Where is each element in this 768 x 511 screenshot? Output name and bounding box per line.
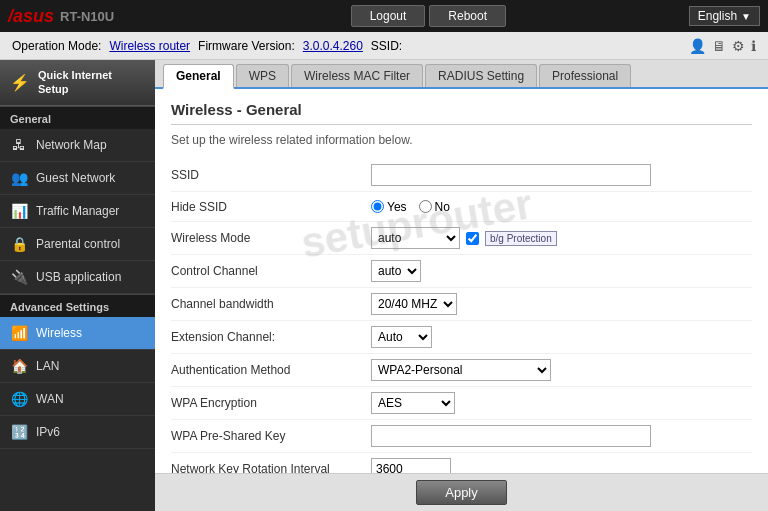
- op-mode-label: Operation Mode:: [12, 39, 101, 53]
- content-area: General WPS Wireless MAC Filter RADIUS S…: [155, 60, 768, 511]
- wpa-key-control: [371, 425, 752, 447]
- ssid-label: SSID:: [371, 39, 402, 53]
- sidebar-item-wan[interactable]: 🌐 WAN: [0, 383, 155, 416]
- wireless-mode-control: auto b only g only n only b/g mixed b/g/…: [371, 227, 752, 249]
- quick-internet-label: Quick InternetSetup: [38, 68, 112, 97]
- auth-method-select[interactable]: Open System WPA-Personal WPA2-Personal W…: [371, 359, 551, 381]
- sidebar-item-label: Parental control: [36, 237, 120, 251]
- hide-ssid-label: Hide SSID: [171, 200, 371, 214]
- sidebar-item-traffic-manager[interactable]: 📊 Traffic Manager: [0, 195, 155, 228]
- hide-ssid-no[interactable]: No: [419, 200, 450, 214]
- wpa-encryption-select[interactable]: AES TKIP TKIP+AES: [371, 392, 455, 414]
- wireless-icon: 📶: [10, 324, 28, 342]
- channel-bandwidth-label: Channel bandwidth: [171, 297, 371, 311]
- language-selector[interactable]: English ▼: [689, 6, 760, 26]
- auth-method-label: Authentication Method: [171, 363, 371, 377]
- info-icon: ℹ: [751, 38, 756, 54]
- lan-icon: 🏠: [10, 357, 28, 375]
- sidebar-item-ipv6[interactable]: 🔢 IPv6: [0, 416, 155, 449]
- form-row-wpa-encryption: WPA Encryption AES TKIP TKIP+AES: [171, 387, 752, 420]
- sidebar-item-usb-application[interactable]: 🔌 USB application: [0, 261, 155, 294]
- hide-ssid-no-radio[interactable]: [419, 200, 432, 213]
- wpa-encryption-control: AES TKIP TKIP+AES: [371, 392, 752, 414]
- sidebar-item-label: Guest Network: [36, 171, 115, 185]
- sidebar-item-label: Wireless: [36, 326, 82, 340]
- tab-bar: General WPS Wireless MAC Filter RADIUS S…: [155, 60, 768, 89]
- channel-bandwidth-select[interactable]: 20/40 MHZ 20 MHZ 40 MHZ: [371, 293, 457, 315]
- guest-network-icon: 👥: [10, 169, 28, 187]
- ssid-label: SSID: [171, 168, 371, 182]
- sidebar-item-label: USB application: [36, 270, 121, 284]
- form-row-extension-channel: Extension Channel: Auto Above Below: [171, 321, 752, 354]
- wireless-mode-select[interactable]: auto b only g only n only b/g mixed b/g/…: [371, 227, 460, 249]
- apply-button[interactable]: Apply: [416, 480, 507, 505]
- form-row-channel-bandwidth: Channel bandwidth 20/40 MHZ 20 MHZ 40 MH…: [171, 288, 752, 321]
- form-row-auth-method: Authentication Method Open System WPA-Pe…: [171, 354, 752, 387]
- sidebar-item-wireless[interactable]: 📶 Wireless: [0, 317, 155, 350]
- sidebar-item-label: LAN: [36, 359, 59, 373]
- bg-protection-label: b/g Protection: [485, 231, 557, 246]
- language-label: English: [698, 9, 737, 23]
- user-icon: 👤: [689, 38, 706, 54]
- hide-ssid-yes-radio[interactable]: [371, 200, 384, 213]
- extension-channel-control: Auto Above Below: [371, 326, 752, 348]
- asus-logo: /asus: [8, 6, 54, 27]
- ipv6-icon: 🔢: [10, 423, 28, 441]
- tab-professional[interactable]: Professional: [539, 64, 631, 87]
- key-rotation-input[interactable]: [371, 458, 451, 473]
- form-row-ssid: SSID: [171, 159, 752, 192]
- content-body: Wireless - General Set up the wireless r…: [155, 89, 768, 473]
- sidebar-item-guest-network[interactable]: 👥 Guest Network: [0, 162, 155, 195]
- tab-wireless-mac-filter[interactable]: Wireless MAC Filter: [291, 64, 423, 87]
- apply-bar: Apply: [155, 473, 768, 511]
- wpa-encryption-label: WPA Encryption: [171, 396, 371, 410]
- main-layout: ⚡ Quick InternetSetup General 🖧 Network …: [0, 60, 768, 511]
- form-row-control-channel: Control Channel auto 1234 5678 91011: [171, 255, 752, 288]
- op-mode-value[interactable]: Wireless router: [109, 39, 190, 53]
- ssid-control: [371, 164, 752, 186]
- control-channel-select[interactable]: auto 1234 5678 91011: [371, 260, 421, 282]
- hide-ssid-control: Yes No: [371, 200, 752, 214]
- logout-button[interactable]: Logout: [351, 5, 426, 27]
- settings-icon: ⚙: [732, 38, 745, 54]
- chevron-down-icon: ▼: [741, 11, 751, 22]
- control-channel-control: auto 1234 5678 91011: [371, 260, 752, 282]
- form-row-key-rotation: Network Key Rotation Interval: [171, 453, 752, 473]
- fw-label: Firmware Version:: [198, 39, 295, 53]
- router-model: RT-N10U: [60, 9, 114, 24]
- network-icon: 🖥: [712, 38, 726, 54]
- traffic-manager-icon: 📊: [10, 202, 28, 220]
- wpa-key-input[interactable]: [371, 425, 651, 447]
- page-title: Wireless - General: [171, 101, 752, 125]
- operation-bar: Operation Mode: Wireless router Firmware…: [0, 32, 768, 60]
- sidebar-item-label: IPv6: [36, 425, 60, 439]
- sidebar-item-network-map[interactable]: 🖧 Network Map: [0, 129, 155, 162]
- tab-radius-setting[interactable]: RADIUS Setting: [425, 64, 537, 87]
- sidebar-item-label: Network Map: [36, 138, 107, 152]
- wireless-mode-label: Wireless Mode: [171, 231, 371, 245]
- quick-internet-setup[interactable]: ⚡ Quick InternetSetup: [0, 60, 155, 106]
- hide-ssid-yes[interactable]: Yes: [371, 200, 407, 214]
- key-rotation-control: [371, 458, 752, 473]
- wan-icon: 🌐: [10, 390, 28, 408]
- top-bar: /asus RT-N10U Logout Reboot English ▼: [0, 0, 768, 32]
- sidebar-item-parental-control[interactable]: 🔒 Parental control: [0, 228, 155, 261]
- tab-general[interactable]: General: [163, 64, 234, 89]
- network-map-icon: 🖧: [10, 136, 28, 154]
- bg-protection-checkbox[interactable]: [466, 232, 479, 245]
- extension-channel-label: Extension Channel:: [171, 330, 371, 344]
- sidebar: ⚡ Quick InternetSetup General 🖧 Network …: [0, 60, 155, 511]
- form-row-wpa-key: WPA Pre-Shared Key: [171, 420, 752, 453]
- ssid-input[interactable]: [371, 164, 651, 186]
- fw-value[interactable]: 3.0.0.4.260: [303, 39, 363, 53]
- advanced-section-label: Advanced Settings: [0, 294, 155, 317]
- hide-ssid-radio-group: Yes No: [371, 200, 450, 214]
- extension-channel-select[interactable]: Auto Above Below: [371, 326, 432, 348]
- reboot-button[interactable]: Reboot: [429, 5, 506, 27]
- channel-bandwidth-control: 20/40 MHZ 20 MHZ 40 MHZ: [371, 293, 752, 315]
- sidebar-item-lan[interactable]: 🏠 LAN: [0, 350, 155, 383]
- sidebar-item-label: WAN: [36, 392, 64, 406]
- tab-wps[interactable]: WPS: [236, 64, 289, 87]
- top-buttons: Logout Reboot: [168, 5, 689, 27]
- form-row-hide-ssid: Hide SSID Yes No: [171, 192, 752, 222]
